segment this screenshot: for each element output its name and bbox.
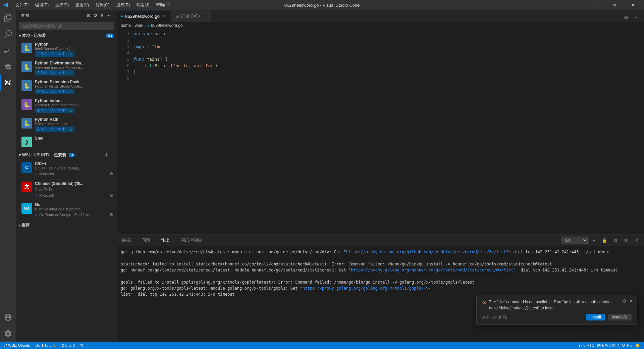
tab-problems[interactable]: 问题 xyxy=(136,235,156,246)
status-position[interactable]: 行 8, 列 1 xyxy=(577,342,595,349)
python-pack-ext-tag: 在 WSL: Ubuntu 中... ⚠ xyxy=(35,89,74,94)
panel-clear-icon[interactable]: 🗑 xyxy=(621,236,631,245)
tab-cpp-ext[interactable]: ⊞ 扩展 C/C++ xyxy=(171,10,212,22)
close-button[interactable]: ✕ xyxy=(625,0,641,10)
minimize-button[interactable]: — xyxy=(589,0,604,10)
go-timing: ⏱ 411ms xyxy=(74,213,90,217)
recommended-section-left: › 推荐 xyxy=(19,222,30,228)
status-errors[interactable]: ⊗ 0 ⚠ 0 xyxy=(60,342,76,349)
tab-close-button[interactable]: ✕ xyxy=(162,13,167,19)
panel-lock-icon[interactable]: 🔒 xyxy=(600,236,609,245)
install-button[interactable]: Install xyxy=(586,314,605,320)
menu-select[interactable]: 选择(S) xyxy=(53,2,71,9)
notification: ⊗ The "dlv" command is not available. Ru… xyxy=(476,295,637,325)
status-wsl[interactable]: ⇄ WSL: Ubuntu xyxy=(3,342,31,349)
go-settings-icon[interactable]: ⚙ xyxy=(109,212,114,218)
list-item[interactable]: 🐍 Python IntelliSense (Pylance), Linti..… xyxy=(16,40,117,59)
status-encoding-label: UTF-8 xyxy=(622,343,633,347)
go-ext-desc: Rich Go language support f... xyxy=(35,207,114,211)
breadcrumb: home › work › ● 0629helloword.go xyxy=(117,22,644,29)
activity-explorer[interactable] xyxy=(0,10,16,26)
breadcrumb-file[interactable]: 0629helloword.go xyxy=(151,23,183,28)
local-section-header[interactable]: ▾ 本地 - 已安装 53 xyxy=(16,32,117,40)
panel-close-icon[interactable]: ✕ xyxy=(632,236,641,245)
menu-file[interactable]: 文件(F) xyxy=(13,2,31,9)
local-badge: 53 xyxy=(106,34,114,38)
more-tab-actions-button[interactable]: ··· xyxy=(632,12,641,22)
list-item[interactable]: 🐍 Python Indent Correct Python indentati… xyxy=(16,96,117,115)
activity-scm[interactable] xyxy=(0,42,16,58)
notification-text: The "dlv" command is not available. Run … xyxy=(489,299,632,311)
breadcrumb-home[interactable]: home xyxy=(121,23,131,28)
sidebar-title: 扩展 xyxy=(21,13,29,18)
wsl-section-header[interactable]: ▾ WSL: UBUNTU - 已安装 3 ⬇ ··· xyxy=(16,151,117,159)
refresh-icon[interactable]: ↺ xyxy=(93,13,98,18)
activity-settings[interactable] xyxy=(0,326,16,342)
activity-account[interactable] xyxy=(0,309,16,326)
split-editor-button[interactable]: ⊟ xyxy=(621,12,631,22)
output-link[interactable]: https://proxy.golang.org/honnef.co/go/to… xyxy=(351,268,513,272)
tab-output[interactable]: 输出 xyxy=(156,235,175,246)
python-pack-ext-desc: Popular Visual Studio Code... xyxy=(35,84,114,88)
python-path-ext-tag: 在 WSL: Ubuntu 中... ⚠ xyxy=(35,127,74,132)
install-all-button[interactable]: Install All xyxy=(608,314,632,320)
code-line: } xyxy=(133,69,639,75)
cpp-settings-icon[interactable]: ⚙ xyxy=(109,171,114,177)
list-item[interactable]: Go Go Rich Go language support f... ✓ Go… xyxy=(16,200,117,220)
editor-scrollbar[interactable] xyxy=(639,29,644,234)
list-item[interactable]: 🐍 Python Environment Ma... View and mana… xyxy=(16,59,117,78)
menu-run[interactable]: 运行(R) xyxy=(114,2,133,9)
titlebar-left: 文件(F) 编辑(E) 选择(S) 查看(V) 转到(G) 运行(R) 终端(J… xyxy=(3,2,172,9)
wsl-section-controls: ⬇ ··· xyxy=(104,152,114,158)
go-ext-name: Go xyxy=(35,202,114,207)
panel-copy-icon[interactable]: ⧉ xyxy=(610,236,620,245)
status-errors-label: ⊗ 0 xyxy=(61,343,67,348)
menu-view[interactable]: 查看(V) xyxy=(73,2,92,9)
output-link[interactable]: https://proxy.golang.org/golang.org/x/to… xyxy=(303,286,431,291)
notification-gear-icon[interactable]: ⚙ xyxy=(621,298,628,304)
filter-icon[interactable]: ⊘ xyxy=(86,13,91,18)
code-editor[interactable]: 1 2 3 4 5 6 7 8 package main import "fmt… xyxy=(117,29,644,234)
tab-go-file[interactable]: ● 0629helloword.go ✕ xyxy=(117,10,171,22)
cpp-ext-name: C/C++ xyxy=(35,161,114,166)
status-bar: ⇄ WSL: Ubuntu Go 1.18.3 ⚠ ⊗ 0 ⚠ 0 ⇅ 行 8,… xyxy=(0,342,644,349)
activity-search[interactable] xyxy=(0,26,16,42)
menu-edit[interactable]: 编辑(E) xyxy=(33,2,51,9)
status-sync[interactable]: ⇅ xyxy=(79,342,85,349)
menu-goto[interactable]: 转到(G) xyxy=(93,2,112,9)
panel-actions: Go Python ≡ 🔒 ⧉ 🗑 ✕ xyxy=(561,236,644,245)
chevron-right-icon: › xyxy=(19,223,20,228)
notification-close-button[interactable]: ✕ xyxy=(628,298,634,304)
list-view-icon[interactable]: ≡ xyxy=(99,13,105,18)
output-line: go: honnef.co/go/tools/cmd/staticcheck@l… xyxy=(121,267,640,273)
output-link[interactable]: https://proxy.golang.org/github.com/go-d… xyxy=(346,250,506,254)
menu-help[interactable]: 帮助(H) xyxy=(153,2,172,9)
recommended-section-header[interactable]: › 推荐 xyxy=(16,221,117,230)
list-item[interactable]: C C/C++ C/C++ IntelliSense, debug... ✓ M… xyxy=(16,159,117,179)
menu-terminal[interactable]: 终端(J) xyxy=(134,2,152,9)
tab-debug-console[interactable]: 调试控制台 xyxy=(175,235,208,246)
list-item[interactable]: 文 Chinese (Simplified) (简... 中文(简体) ✓ Mi… xyxy=(16,179,117,200)
list-item[interactable]: 🐍 Python Extension Pack Popular Visual S… xyxy=(16,78,117,96)
status-go-version[interactable]: Go 1.18.3 ⚠ xyxy=(34,342,57,349)
panel-list-icon[interactable]: ≡ xyxy=(589,236,598,245)
warning-icon: ⚠ xyxy=(69,52,72,56)
python-path-ext-info: Python Path Python imports utils. 在 WSL:… xyxy=(35,117,114,132)
status-tab-size[interactable]: 制表符长度: 4 xyxy=(596,342,621,349)
install-wsl-icon[interactable]: ⬇ xyxy=(104,152,109,158)
activity-extensions[interactable] xyxy=(0,74,16,91)
extension-search-input[interactable] xyxy=(19,22,114,30)
list-item[interactable]: 🐍 Python Path Python imports utils. 在 WS… xyxy=(16,115,117,134)
output-source-dropdown[interactable]: Go Python xyxy=(561,237,588,244)
status-notifications[interactable]: 🔔 xyxy=(634,342,641,349)
more-icon[interactable]: ··· xyxy=(106,13,111,18)
tab-terminal[interactable]: 终端 xyxy=(117,235,136,246)
status-encoding[interactable]: UTF-8 xyxy=(621,342,634,349)
chinese-settings-icon[interactable]: ⚙ xyxy=(109,192,114,198)
breadcrumb-work[interactable]: work xyxy=(135,23,143,28)
list-item[interactable]: ❯ Shell xyxy=(16,134,117,149)
activity-debug[interactable] xyxy=(0,58,16,74)
main-layout: 扩展 ⊘ ↺ ≡ ··· ▾ 本地 - 已安装 53 🐍 Pyt xyxy=(0,10,644,342)
restore-button[interactable]: ⧉ xyxy=(607,0,623,10)
more-wsl-icon[interactable]: ··· xyxy=(109,152,114,158)
